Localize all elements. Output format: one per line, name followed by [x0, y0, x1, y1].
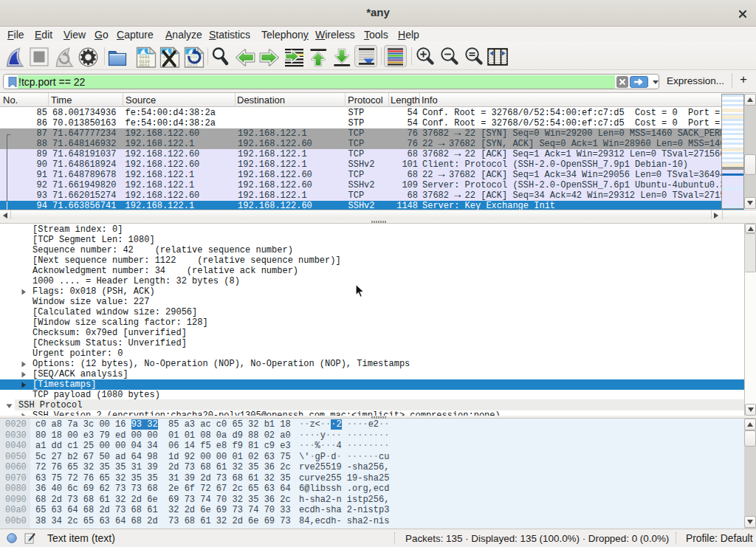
svg-text:0011: 0011 — [140, 63, 151, 68]
